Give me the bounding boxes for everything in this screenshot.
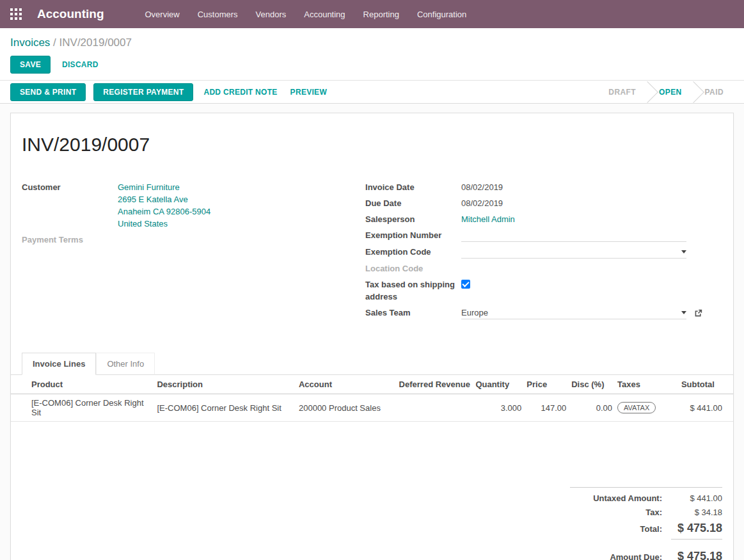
breadcrumb-separator: / — [53, 36, 59, 49]
col-price[interactable]: Price — [524, 375, 569, 394]
tax-shipping-checkbox[interactable] — [461, 280, 470, 289]
cell-price[interactable]: 147.00 — [524, 394, 569, 422]
discard-button[interactable]: DISCARD — [59, 56, 101, 73]
invoice-form-sheet: INV/2019/0007 Customer Gemini Furniture … — [10, 113, 734, 560]
cell-subtotal[interactable]: $ 441.00 — [679, 394, 733, 422]
due-date-label: Due Date — [365, 197, 461, 209]
chevron-right-icon — [683, 81, 704, 103]
menu-accounting[interactable]: Accounting — [304, 10, 345, 19]
save-button[interactable]: SAVE — [10, 56, 51, 74]
cell-quantity[interactable]: 3.000 — [473, 394, 524, 422]
chevron-down-icon[interactable] — [681, 250, 686, 253]
menu-configuration[interactable]: Configuration — [417, 10, 466, 19]
untaxed-amount-label: Untaxed Amount: — [570, 493, 671, 503]
col-product[interactable]: Product — [11, 375, 154, 394]
total-value: $ 475.18 — [671, 522, 722, 540]
col-account[interactable]: Account — [296, 375, 397, 394]
payment-terms-field[interactable] — [118, 234, 365, 246]
salesperson-link[interactable]: Mitchell Admin — [461, 214, 515, 224]
location-code-label: Location Code — [365, 262, 461, 275]
invoice-lines-table: Product Description Account Deferred Rev… — [11, 375, 733, 422]
col-subtotal[interactable]: Subtotal — [679, 375, 733, 394]
statusbar: DRAFT OPEN PAID — [598, 81, 734, 104]
amount-due-value: $ 475.18 — [671, 550, 722, 560]
external-link-icon[interactable] — [694, 309, 702, 317]
content-area: INV/2019/0007 Customer Gemini Furniture … — [0, 104, 744, 560]
tax-label: Tax: — [570, 508, 671, 517]
invoice-date-label: Invoice Date — [365, 181, 461, 193]
control-panel: Invoices / INV/2019/0007 SAVE DISCARD — [0, 28, 744, 80]
customer-name-link[interactable]: Gemini Furniture — [118, 182, 180, 192]
menu-vendors[interactable]: Vendors — [256, 10, 287, 19]
send-print-button[interactable]: SEND & PRINT — [10, 83, 86, 101]
action-toolbar: SEND & PRINT REGISTER PAYMENT ADD CREDIT… — [0, 80, 744, 104]
due-date-field[interactable]: 08/02/2019 — [461, 197, 723, 209]
menu-customers[interactable]: Customers — [198, 10, 238, 19]
notebook-tabs: Invoice Lines Other Info — [11, 353, 733, 375]
sales-team-value: Europe — [461, 307, 488, 319]
col-description[interactable]: Description — [154, 375, 296, 394]
customer-address-block: Gemini Furniture 2695 E Katella Ave Anah… — [118, 181, 365, 230]
tab-invoice-lines[interactable]: Invoice Lines — [22, 353, 96, 375]
cell-product[interactable]: [E-COM06] Corner Desk Right Sit — [11, 394, 154, 422]
cell-taxes[interactable]: AVATAX — [615, 394, 679, 422]
exemption-code-label: Exemption Code — [365, 246, 461, 259]
sales-team-select[interactable]: Europe — [461, 307, 686, 319]
tax-shipping-label: Tax based on shipping address — [365, 278, 461, 303]
col-disc[interactable]: Disc (%) — [569, 375, 615, 394]
breadcrumb-invoices-link[interactable]: Invoices — [10, 36, 50, 49]
top-navbar: Accounting Overview Customers Vendors Ac… — [0, 0, 744, 28]
col-deferred-revenue[interactable]: Deferred Revenue — [397, 375, 473, 394]
menu-overview[interactable]: Overview — [145, 10, 180, 19]
exemption-number-input[interactable] — [461, 229, 686, 242]
col-quantity[interactable]: Quantity — [473, 375, 524, 394]
customer-street-link[interactable]: 2695 E Katella Ave — [118, 195, 188, 204]
table-row[interactable]: [E-COM06] Corner Desk Right Sit [E-COM06… — [11, 394, 733, 422]
invoice-number-title: INV/2019/0007 — [11, 130, 733, 156]
amount-due-label: Amount Due: — [570, 552, 671, 560]
invoice-date-field[interactable]: 08/02/2019 — [461, 181, 723, 193]
tax-badge[interactable]: AVATAX — [617, 402, 656, 413]
col-taxes[interactable]: Taxes — [615, 375, 679, 394]
cell-description[interactable]: [E-COM06] Corner Desk Right Sit — [154, 394, 296, 422]
payment-terms-label: Payment Terms — [22, 234, 118, 246]
cell-account[interactable]: 200000 Product Sales — [296, 394, 397, 422]
customer-country-link[interactable]: United States — [118, 219, 168, 228]
tab-other-info[interactable]: Other Info — [96, 353, 155, 375]
customer-label: Customer — [22, 181, 118, 230]
sales-team-label: Sales Team — [365, 307, 461, 319]
main-menu: Overview Customers Vendors Accounting Re… — [145, 10, 467, 19]
location-code-field — [461, 262, 723, 275]
add-credit-note-button[interactable]: ADD CREDIT NOTE — [201, 84, 280, 100]
salesperson-label: Salesperson — [365, 213, 461, 225]
exemption-code-select[interactable] — [461, 246, 686, 259]
apps-grid-icon[interactable] — [10, 8, 22, 20]
untaxed-amount-value: $ 441.00 — [671, 493, 722, 503]
cell-disc[interactable]: 0.00 — [569, 394, 615, 422]
register-payment-button[interactable]: REGISTER PAYMENT — [93, 83, 193, 101]
preview-button[interactable]: PREVIEW — [288, 84, 329, 100]
app-title[interactable]: Accounting — [37, 7, 104, 21]
chevron-right-icon — [637, 81, 658, 103]
breadcrumb-current: INV/2019/0007 — [59, 36, 132, 49]
breadcrumb: Invoices / INV/2019/0007 — [10, 36, 734, 49]
total-label: Total: — [570, 524, 671, 534]
cell-deferred-revenue[interactable] — [397, 394, 473, 422]
table-header-row: Product Description Account Deferred Rev… — [11, 375, 733, 394]
customer-city-link[interactable]: Anaheim CA 92806-5904 — [118, 207, 210, 216]
chevron-down-icon[interactable] — [681, 311, 686, 314]
menu-reporting[interactable]: Reporting — [363, 10, 399, 19]
totals-block: Untaxed Amount: $ 441.00 Tax: $ 34.18 To… — [570, 487, 722, 560]
tax-value: $ 34.18 — [671, 508, 722, 517]
exemption-number-label: Exemption Number — [365, 229, 461, 242]
